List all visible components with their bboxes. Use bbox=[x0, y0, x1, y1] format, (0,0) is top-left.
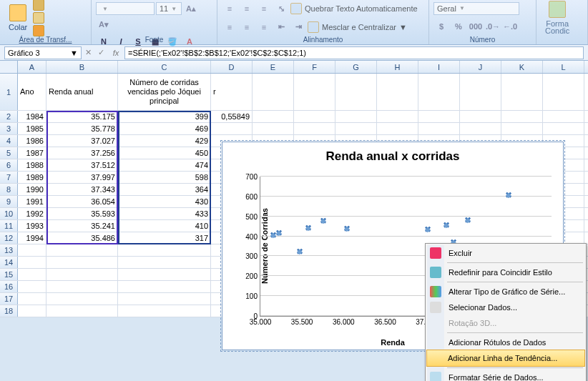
cell[interactable]: 1984 bbox=[18, 111, 46, 122]
paste-button[interactable]: Colar bbox=[4, 3, 31, 33]
cell[interactable]: 1985 bbox=[18, 123, 46, 134]
cell[interactable]: 1993 bbox=[18, 220, 46, 232]
conditional-formatting-button[interactable]: Forma Condic bbox=[541, 0, 574, 36]
col-header[interactable]: F bbox=[294, 61, 335, 73]
shrink-font-button[interactable]: A▾ bbox=[96, 17, 112, 31]
col-header[interactable]: L bbox=[543, 61, 584, 73]
cell[interactable]: 1994 bbox=[18, 232, 46, 244]
merge-label[interactable]: Mesclar e Centralizar bbox=[322, 23, 396, 31]
row-header[interactable]: 15 bbox=[0, 269, 18, 280]
cell[interactable]: 1988 bbox=[18, 159, 46, 171]
row-header[interactable]: 12 bbox=[0, 232, 18, 244]
row-header[interactable]: 17 bbox=[0, 293, 18, 305]
chart-data-point[interactable] bbox=[426, 227, 433, 234]
row-header[interactable]: 6 bbox=[0, 159, 18, 171]
cell[interactable]: 429 bbox=[118, 135, 211, 147]
menu-item-add-trendline[interactable]: Adicionar Linha de Tendência... bbox=[426, 350, 585, 367]
col-header[interactable]: E bbox=[253, 61, 294, 73]
chart-data-point[interactable] bbox=[298, 249, 305, 257]
chart-data-point[interactable] bbox=[306, 226, 313, 233]
row-header[interactable]: 2 bbox=[0, 111, 18, 122]
cell[interactable]: 469 bbox=[118, 123, 211, 134]
fx-icon[interactable]: fx bbox=[110, 49, 122, 57]
chart-data-point[interactable] bbox=[321, 219, 328, 226]
cell[interactable]: Ano bbox=[18, 74, 46, 110]
col-header[interactable]: I bbox=[418, 61, 460, 73]
copy-icon[interactable] bbox=[33, 12, 44, 24]
wrap-text-label[interactable]: Quebrar Texto Automaticamente bbox=[305, 4, 418, 13]
grow-font-button[interactable]: A▴ bbox=[183, 1, 199, 16]
row-header[interactable]: 1 bbox=[0, 74, 18, 110]
indent-dec-button[interactable]: ⇤ bbox=[273, 20, 289, 34]
cell[interactable]: 1990 bbox=[18, 184, 46, 195]
row-header[interactable]: 14 bbox=[0, 257, 18, 268]
name-box[interactable]: Gráfico 3 ▼ bbox=[4, 46, 82, 59]
menu-item-add-data-labels[interactable]: Adicionar Rótulos de Dados bbox=[427, 335, 584, 350]
chart-data-point[interactable] bbox=[345, 227, 352, 234]
col-header[interactable]: C bbox=[118, 61, 211, 73]
chevron-down-icon[interactable]: ▼ bbox=[70, 49, 78, 57]
cell[interactable]: 35.486 bbox=[46, 232, 118, 244]
cell[interactable]: 35.175 bbox=[46, 111, 118, 122]
menu-item-format-series[interactable]: Formatar Série de Dados... bbox=[427, 370, 584, 381]
cell[interactable]: 474 bbox=[118, 159, 211, 171]
menu-item-delete[interactable]: Excluir bbox=[427, 245, 584, 261]
indent-inc-button[interactable]: ⇥ bbox=[290, 20, 306, 34]
cell[interactable]: 450 bbox=[118, 147, 211, 159]
cell[interactable]: 1991 bbox=[18, 196, 46, 207]
chart-data-point[interactable] bbox=[277, 231, 284, 238]
cell[interactable]: 35.241 bbox=[46, 220, 118, 232]
cell[interactable]: 35.593 bbox=[46, 208, 118, 219]
col-header[interactable]: B bbox=[46, 61, 118, 73]
col-header[interactable]: D bbox=[211, 61, 253, 73]
cell[interactable]: 598 bbox=[118, 172, 211, 183]
col-header[interactable]: J bbox=[460, 61, 501, 73]
cell[interactable]: 37.997 bbox=[46, 172, 118, 183]
align-center-button[interactable]: ≡ bbox=[239, 20, 255, 34]
cut-icon[interactable] bbox=[33, 0, 44, 11]
cell[interactable]: 37.256 bbox=[46, 147, 118, 159]
align-right-button[interactable]: ≡ bbox=[256, 20, 272, 34]
align-left-button[interactable]: ≡ bbox=[222, 20, 237, 34]
cell[interactable]: 1992 bbox=[18, 208, 46, 219]
menu-item-reset-style[interactable]: Redefinir para Coincidir Estilo bbox=[427, 264, 584, 280]
row-header[interactable]: 10 bbox=[0, 208, 18, 219]
row-header[interactable]: 4 bbox=[0, 135, 18, 147]
cell[interactable]: 1986 bbox=[18, 135, 46, 147]
cell[interactable]: 399 bbox=[118, 111, 211, 122]
row-header[interactable]: 5 bbox=[0, 147, 18, 159]
number-format-combo[interactable]: Geral▼ bbox=[433, 2, 519, 15]
col-header[interactable]: A bbox=[18, 61, 46, 73]
row-header[interactable]: 16 bbox=[0, 281, 18, 292]
select-all-corner[interactable] bbox=[0, 61, 18, 73]
row-header[interactable]: 9 bbox=[0, 196, 18, 207]
cell[interactable]: 1989 bbox=[18, 172, 46, 183]
row-header[interactable]: 7 bbox=[0, 172, 18, 183]
align-top-button[interactable]: ≡ bbox=[222, 1, 237, 16]
inc-decimal-button[interactable]: .0→ bbox=[485, 19, 501, 34]
cell[interactable]: 317 bbox=[118, 232, 211, 244]
percent-button[interactable]: % bbox=[451, 19, 466, 34]
cell[interactable] bbox=[211, 123, 253, 134]
format-painter-icon[interactable] bbox=[33, 25, 44, 36]
row-header[interactable]: 3 bbox=[0, 123, 18, 134]
cell[interactable]: 364 bbox=[118, 184, 211, 195]
cell[interactable]: Renda anual bbox=[46, 74, 118, 110]
cell[interactable]: 37.027 bbox=[46, 135, 118, 147]
cell[interactable]: 37.512 bbox=[46, 159, 118, 171]
cell[interactable]: 1987 bbox=[18, 147, 46, 159]
chart-data-point[interactable] bbox=[466, 218, 473, 225]
cell[interactable]: 37.343 bbox=[46, 184, 118, 195]
cell[interactable]: 0,55849 bbox=[211, 111, 253, 122]
chart-data-point[interactable] bbox=[444, 223, 451, 230]
cell[interactable]: 433 bbox=[118, 208, 211, 219]
menu-item-select-data[interactable]: Selecionar Dados... bbox=[427, 300, 584, 315]
row-header[interactable]: 18 bbox=[0, 305, 18, 317]
orientation-button[interactable]: ⤡ bbox=[273, 1, 289, 16]
comma-button[interactable]: 000 bbox=[468, 19, 484, 34]
col-header[interactable]: K bbox=[501, 61, 543, 73]
confirm-icon[interactable]: ✓ bbox=[94, 48, 107, 57]
row-header[interactable]: 13 bbox=[0, 244, 18, 256]
cell[interactable]: 36.054 bbox=[46, 196, 118, 207]
clipboard-group-label[interactable]: Área de Transf... bbox=[0, 36, 91, 44]
